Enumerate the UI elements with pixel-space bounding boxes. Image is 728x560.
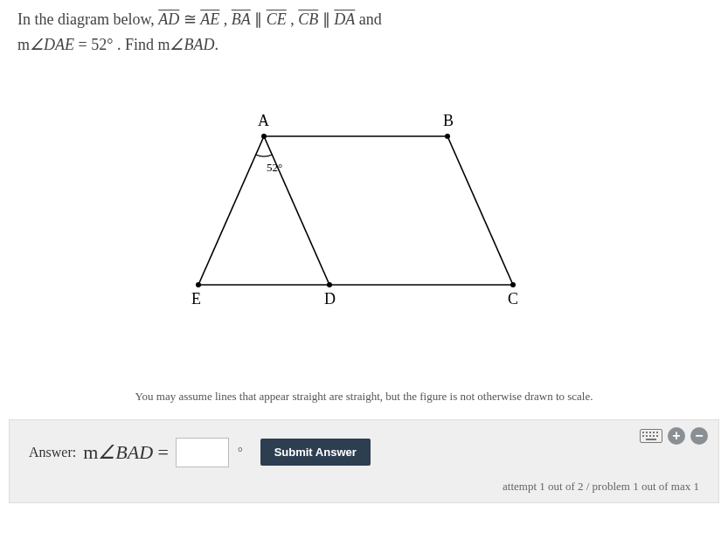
segment-BA: BA xyxy=(232,10,251,28)
m-prefix: m xyxy=(17,36,30,53)
svg-point-7 xyxy=(510,282,516,287)
svg-point-8 xyxy=(261,134,267,139)
svg-line-2 xyxy=(264,136,329,285)
period: . xyxy=(214,36,218,53)
separator: , xyxy=(224,10,232,28)
submit-button[interactable]: Submit Answer xyxy=(260,439,371,466)
plus-icon[interactable]: + xyxy=(668,427,685,445)
attempt-status: attempt 1 out of 2 / problem 1 out of ma… xyxy=(29,480,699,494)
text: In the diagram below, xyxy=(17,10,158,28)
keyboard-icon[interactable] xyxy=(640,429,662,443)
angle-value: 52° xyxy=(91,36,113,53)
segment-DA: DA xyxy=(334,10,355,28)
vertex-label-C: C xyxy=(508,290,518,308)
segment-CE: CE xyxy=(267,10,287,28)
svg-point-6 xyxy=(327,282,332,287)
equals: = xyxy=(79,36,92,53)
angle-label-52: 52° xyxy=(267,161,282,174)
svg-rect-15 xyxy=(656,432,658,433)
parallel-symbol: ∥ xyxy=(322,10,335,28)
svg-rect-17 xyxy=(646,435,648,437)
angle-DAE: ∠DAE xyxy=(30,36,74,53)
svg-rect-20 xyxy=(656,435,658,437)
svg-line-4 xyxy=(447,136,513,285)
svg-point-5 xyxy=(196,282,201,287)
svg-rect-13 xyxy=(649,432,651,433)
scale-note: You may assume lines that appear straigh… xyxy=(0,390,728,404)
svg-rect-12 xyxy=(646,432,648,433)
svg-rect-16 xyxy=(642,435,644,437)
degree-symbol: ° xyxy=(238,446,243,460)
svg-rect-14 xyxy=(653,432,655,433)
angle-BAD-answer: ∠BAD xyxy=(98,441,153,463)
segment-CB: CB xyxy=(298,10,318,28)
vertex-label-A: A xyxy=(258,112,269,129)
svg-rect-11 xyxy=(642,432,644,433)
svg-point-9 xyxy=(445,134,450,139)
problem-statement: In the diagram below, AD ≅ AE , BA ∥ CE … xyxy=(0,0,728,58)
svg-rect-18 xyxy=(649,435,651,437)
answer-input[interactable] xyxy=(176,438,229,467)
congruent-symbol: ≅ xyxy=(184,10,201,28)
minus-icon[interactable]: − xyxy=(690,427,708,445)
answer-panel: + − Answer: m∠BAD = ° Submit Answer atte… xyxy=(9,419,719,503)
text: . Find m xyxy=(117,36,170,53)
answer-label: Answer: xyxy=(29,445,76,460)
vertex-label-B: B xyxy=(443,112,454,129)
geometry-diagram: A B E D C 52° xyxy=(0,84,728,363)
separator: , xyxy=(290,10,298,28)
icon-bar: + − xyxy=(640,427,708,445)
segment-AD: AD xyxy=(158,10,179,28)
text: and xyxy=(359,10,382,28)
answer-row: Answer: m∠BAD = ° Submit Answer xyxy=(29,438,699,467)
svg-rect-21 xyxy=(646,439,656,440)
equals: = xyxy=(153,441,169,463)
angle-BAD: ∠BAD xyxy=(170,36,214,53)
vertex-label-D: D xyxy=(324,290,336,308)
parallel-symbol: ∥ xyxy=(254,10,267,28)
svg-line-1 xyxy=(198,136,264,285)
segment-AE: AE xyxy=(200,10,219,28)
m-prefix: m xyxy=(83,441,98,463)
svg-rect-19 xyxy=(653,435,655,437)
vertex-label-E: E xyxy=(191,290,201,308)
